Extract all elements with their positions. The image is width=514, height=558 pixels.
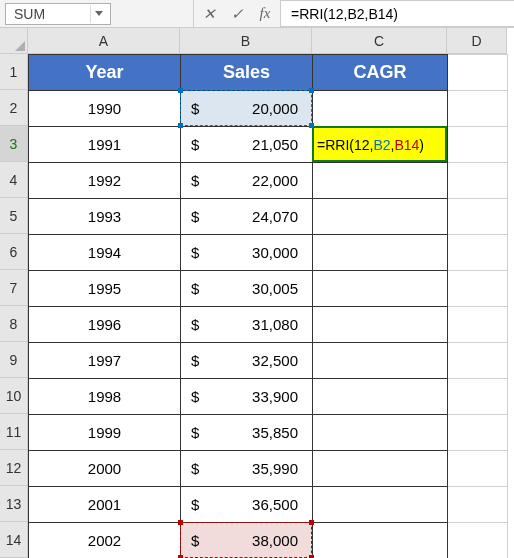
column-header-C[interactable]: C (312, 28, 447, 54)
cancel-icon[interactable]: ✕ (200, 5, 218, 23)
name-box-dropdown-icon[interactable] (90, 5, 106, 23)
name-box[interactable]: SUM (5, 3, 111, 25)
grid-body: ABCD YearSalesCAGR1990$20,0001991$21,050… (28, 28, 508, 558)
sales-cell[interactable]: $30,000 (181, 235, 313, 271)
sales-cell[interactable]: $31,080 (181, 307, 313, 343)
sales-cell[interactable]: $20,000 (181, 91, 313, 127)
sales-cell[interactable]: $21,050 (181, 127, 313, 163)
sales-cell[interactable]: $24,070 (181, 199, 313, 235)
sales-cell[interactable]: $30,005 (181, 271, 313, 307)
cagr-cell[interactable] (313, 91, 448, 127)
cell[interactable] (448, 91, 508, 127)
cagr-cell[interactable] (313, 343, 448, 379)
cagr-cell[interactable] (313, 199, 448, 235)
fx-icon[interactable]: fx (256, 5, 274, 22)
cagr-cell[interactable] (313, 379, 448, 415)
sales-cell[interactable]: $22,000 (181, 163, 313, 199)
formula-bar-buttons: ✕ ✓ fx (193, 0, 281, 27)
year-cell[interactable]: 1999 (29, 415, 181, 451)
year-cell[interactable]: 1991 (29, 127, 181, 163)
cell[interactable] (448, 199, 508, 235)
cell[interactable] (448, 487, 508, 523)
row-header-7[interactable]: 7 (0, 270, 28, 306)
sales-cell[interactable]: $38,000 (181, 523, 313, 559)
cell[interactable] (448, 343, 508, 379)
cagr-cell[interactable] (313, 307, 448, 343)
cells-area: YearSalesCAGR1990$20,0001991$21,050=RRI(… (28, 54, 508, 558)
year-cell[interactable]: 1993 (29, 199, 181, 235)
formula-text: =RRI(12,B2,B14) (291, 6, 398, 22)
spreadsheet-grid: 1234567891011121314 ABCD YearSalesCAGR19… (0, 28, 514, 558)
row-header-3[interactable]: 3 (0, 126, 28, 162)
cagr-cell[interactable] (313, 415, 448, 451)
cell[interactable] (448, 271, 508, 307)
cell[interactable] (448, 235, 508, 271)
row-header-column: 1234567891011121314 (0, 28, 28, 558)
cagr-cell[interactable] (313, 523, 448, 559)
year-cell[interactable]: 2000 (29, 451, 181, 487)
formula-bar: SUM ✕ ✓ fx =RRI(12,B2,B14) (0, 0, 514, 28)
year-cell[interactable]: 1992 (29, 163, 181, 199)
sales-cell[interactable]: $33,900 (181, 379, 313, 415)
column-header-A[interactable]: A (28, 28, 180, 54)
column-header-D[interactable]: D (447, 28, 507, 54)
formula-input[interactable]: =RRI(12,B2,B14) (281, 0, 514, 27)
cell[interactable] (448, 379, 508, 415)
row-header-5[interactable]: 5 (0, 198, 28, 234)
row-header-8[interactable]: 8 (0, 306, 28, 342)
cell[interactable] (448, 55, 508, 91)
cagr-cell[interactable] (313, 487, 448, 523)
row-header-1[interactable]: 1 (0, 54, 28, 90)
cell-table[interactable]: YearSalesCAGR1990$20,0001991$21,050=RRI(… (28, 54, 508, 558)
year-cell[interactable]: 1997 (29, 343, 181, 379)
row-header-4[interactable]: 4 (0, 162, 28, 198)
year-cell[interactable]: 1995 (29, 271, 181, 307)
cell[interactable] (448, 127, 508, 163)
year-cell[interactable]: 1994 (29, 235, 181, 271)
row-header-9[interactable]: 9 (0, 342, 28, 378)
year-cell[interactable]: 1998 (29, 379, 181, 415)
sales-cell[interactable]: $35,990 (181, 451, 313, 487)
cell[interactable] (448, 415, 508, 451)
sales-cell[interactable]: $32,500 (181, 343, 313, 379)
cell[interactable] (448, 451, 508, 487)
cell[interactable] (448, 307, 508, 343)
row-header-10[interactable]: 10 (0, 378, 28, 414)
row-header-2[interactable]: 2 (0, 90, 28, 126)
cagr-header-cell[interactable]: CAGR (313, 55, 448, 91)
row-header-6[interactable]: 6 (0, 234, 28, 270)
cagr-cell[interactable] (313, 451, 448, 487)
row-header-12[interactable]: 12 (0, 450, 28, 486)
cagr-cell[interactable] (313, 163, 448, 199)
sales-cell[interactable]: $36,500 (181, 487, 313, 523)
select-all-corner[interactable] (0, 28, 28, 54)
confirm-icon[interactable]: ✓ (228, 5, 246, 23)
sales-header-cell[interactable]: Sales (181, 55, 313, 91)
row-header-13[interactable]: 13 (0, 486, 28, 522)
row-header-14[interactable]: 14 (0, 522, 28, 558)
year-header-cell[interactable]: Year (29, 55, 181, 91)
column-header-B[interactable]: B (180, 28, 312, 54)
row-header-11[interactable]: 11 (0, 414, 28, 450)
year-cell[interactable]: 2002 (29, 523, 181, 559)
cagr-cell[interactable] (313, 235, 448, 271)
year-cell[interactable]: 1996 (29, 307, 181, 343)
year-cell[interactable]: 1990 (29, 91, 181, 127)
cell[interactable] (448, 163, 508, 199)
year-cell[interactable]: 2001 (29, 487, 181, 523)
name-box-value: SUM (14, 6, 45, 22)
cagr-cell[interactable]: =RRI(12,B2,B14) (313, 127, 448, 163)
cell[interactable] (448, 523, 508, 559)
cagr-cell[interactable] (313, 271, 448, 307)
sales-cell[interactable]: $35,850 (181, 415, 313, 451)
